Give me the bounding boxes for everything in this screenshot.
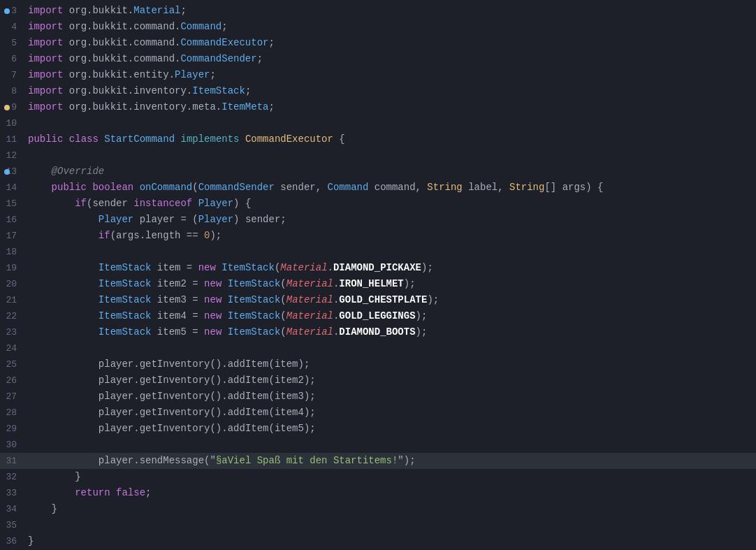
code-line: 19 ItemStack item = new ItemStack(Materi… — [0, 260, 756, 276]
token-plain — [28, 423, 99, 434]
token-plain: ; — [268, 101, 274, 113]
line-content: public class StartCommand implements Com… — [25, 131, 756, 147]
code-line: 33 return false; — [0, 485, 756, 501]
token-cls: ItemStack — [221, 262, 275, 273]
token-kw: new — [198, 262, 216, 273]
token-kw: new — [204, 294, 221, 305]
token-plain: (args.length == — [110, 230, 204, 241]
yellow-marker — [4, 105, 10, 110]
token-cls: ItemStack — [99, 310, 152, 321]
token-plain: player — [99, 391, 133, 402]
token-plain: ; — [257, 53, 263, 64]
token-plain: org.bukkit. — [63, 5, 133, 16]
line-content: return false; — [25, 485, 756, 500]
line-number: 24 — [0, 341, 25, 356]
token-plain — [221, 310, 227, 321]
line-number: 34 — [0, 502, 25, 517]
token-plain: ; — [221, 21, 227, 32]
line-number: 16 — [0, 212, 25, 228]
token-plain — [240, 133, 245, 145]
code-line: 17 if(args.length == 0); — [0, 228, 756, 244]
line-content: player.getInventory().addItem(item2); — [25, 372, 756, 388]
token-cls: ItemMeta — [221, 101, 268, 113]
line-number: 33 — [0, 486, 25, 501]
token-kw: instanceof — [133, 198, 192, 209]
code-line: 12 — [0, 147, 756, 164]
token-plain — [28, 326, 99, 338]
code-line: 31 player.sendMessage("§aViel Spaß mit d… — [0, 453, 756, 469]
token-kw: import — [28, 21, 63, 32]
line-content: import org.bukkit.inventory.ItemStack; — [25, 83, 756, 99]
code-line: 25 player.getInventory().addItem(item); — [0, 356, 756, 372]
blue-marker — [4, 169, 10, 175]
token-plain: ) sender; — [233, 214, 286, 225]
token-plain — [28, 198, 75, 209]
token-interface-name: CommandExecutor — [245, 133, 333, 145]
token-plain: ; — [268, 37, 274, 48]
token-cls: Command — [328, 182, 369, 193]
code-line: 14 public boolean onCommand(CommandSende… — [0, 180, 756, 196]
token-kw: import — [28, 85, 63, 96]
token-type: String — [427, 182, 462, 193]
code-line: 21 ItemStack item3 = new ItemStack(Mater… — [0, 292, 756, 308]
token-kw: import — [28, 53, 63, 64]
token-plain: ); — [421, 262, 433, 273]
line-content: } — [25, 469, 756, 484]
code-line: 5import org.bukkit.command.CommandExecut… — [0, 35, 756, 51]
token-plain: .getInventory().addItem(item5); — [133, 423, 315, 434]
token-annotation: @Override — [52, 166, 105, 177]
code-line: 7import org.bukkit.entity.Player; — [0, 67, 756, 83]
line-number: 17 — [0, 229, 25, 244]
token-cls: CommandSender — [180, 53, 256, 64]
line-content: import org.bukkit.command.CommandSender; — [25, 51, 756, 66]
token-plain: label, — [463, 182, 509, 193]
token-cls: ItemStack — [228, 278, 281, 289]
token-plain: .getInventory().addItem(item3); — [133, 391, 315, 402]
token-plain: org.bukkit.inventory. — [63, 85, 192, 96]
token-kw: return — [75, 487, 110, 498]
token-kw: import — [28, 69, 63, 80]
line-number: 25 — [0, 357, 25, 372]
token-plain: "); — [398, 455, 415, 466]
token-plain: ; — [210, 69, 215, 80]
token-cls: ItemStack — [99, 294, 152, 305]
code-line: 15 if(sender instanceof Player) { — [0, 196, 756, 212]
line-number: 10 — [0, 116, 25, 131]
token-plain: sender, — [275, 182, 328, 193]
token-kw: public — [52, 182, 87, 193]
line-content — [25, 517, 756, 533]
token-kw: boolean — [92, 182, 133, 193]
token-plain — [28, 214, 99, 225]
token-plain — [221, 278, 227, 289]
token-plain: player — [99, 423, 133, 434]
code-line: 9import org.bukkit.inventory.meta.ItemMe… — [0, 99, 756, 115]
token-plain: org.bukkit.command. — [63, 21, 180, 32]
code-line: 16 Player player = (Player) sender; — [0, 212, 756, 228]
token-plain: [] args) { — [544, 182, 603, 193]
code-container: 3import org.bukkit.Material;4import org.… — [0, 0, 756, 550]
code-line: 11public class StartCommand implements C… — [0, 131, 756, 147]
line-content: @Override — [25, 164, 756, 179]
token-plain — [28, 182, 52, 193]
token-class-name-def: StartCommand — [104, 133, 175, 145]
token-plain: org.bukkit.entity. — [63, 69, 175, 80]
line-content — [25, 437, 756, 452]
token-plain: ( — [280, 310, 286, 321]
token-plain: ); — [416, 310, 428, 321]
code-line: 8import org.bukkit.inventory.ItemStack; — [0, 83, 756, 99]
line-content — [25, 244, 756, 259]
line-content: player.getInventory().addItem(item); — [25, 356, 756, 372]
token-cls: ItemStack — [99, 326, 152, 338]
token-bold-field: IRON_HELMET — [339, 278, 403, 289]
token-bold-field: GOLD_CHESTPLATE — [339, 294, 427, 305]
token-cls: Command — [180, 21, 221, 32]
line-number: 32 — [0, 470, 25, 485]
token-plain: .sendMessage(" — [133, 455, 216, 466]
token-kw: import — [28, 5, 63, 16]
line-number: 14 — [0, 180, 25, 196]
code-line: 3import org.bukkit.Material; — [0, 3, 756, 19]
token-plain: item = — [151, 262, 198, 273]
token-kw2: implements — [180, 133, 239, 145]
line-number: 4 — [0, 20, 25, 35]
token-kw: if — [75, 198, 87, 209]
